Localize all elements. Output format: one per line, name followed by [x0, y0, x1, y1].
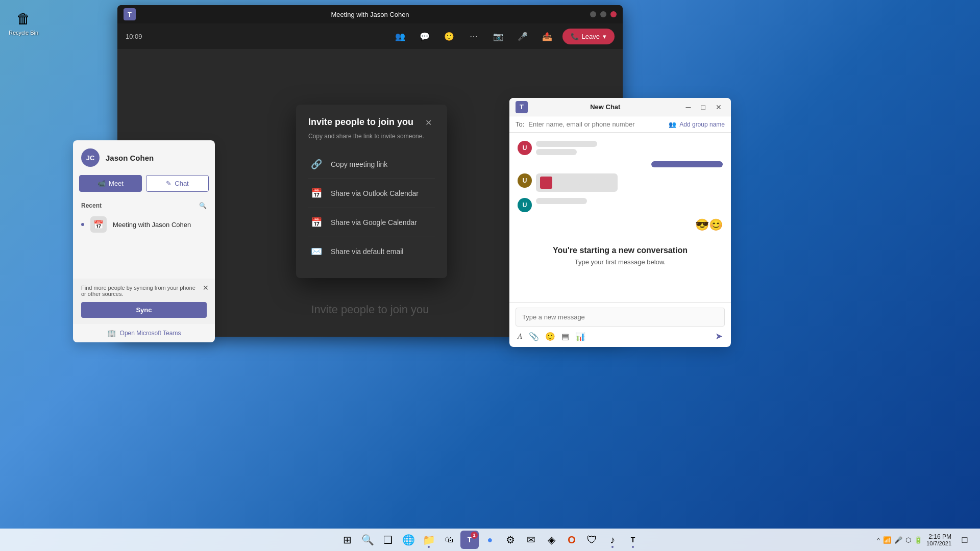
- taskbar-edge[interactable]: 🌐: [399, 531, 418, 549]
- open-teams-label: Open Microsoft Teams: [120, 330, 181, 337]
- outlook-icon: 📅: [308, 185, 325, 202]
- emoji-reactions: 😎😊: [518, 218, 723, 232]
- sync-button[interactable]: Sync: [81, 302, 207, 318]
- share-email-option[interactable]: ✉️ Share via default email: [308, 237, 435, 266]
- taskbar-settings[interactable]: ⚙: [501, 531, 520, 549]
- taskbar-chevron[interactable]: ^: [877, 536, 880, 544]
- emoji-display: 😎😊: [695, 218, 723, 232]
- new-chat-teams-logo: T: [516, 101, 528, 113]
- recycle-bin-icon[interactable]: 🗑 Recycle Bin: [8, 8, 39, 36]
- minimize-btn[interactable]: [590, 11, 596, 17]
- notification-center[interactable]: □: [955, 531, 974, 549]
- new-chat-close[interactable]: ✕: [713, 102, 725, 112]
- send-button[interactable]: ➤: [715, 331, 723, 342]
- share-outlook-option[interactable]: 📅 Share via Outlook Calendar: [308, 179, 435, 208]
- copy-link-label: Copy meeting link: [331, 160, 387, 168]
- new-chat-to-input[interactable]: [528, 120, 669, 128]
- new-conversation-banner: You're starting a new conversation Type …: [518, 238, 723, 274]
- attachment-name: [555, 178, 596, 182]
- chat-attachment-preview: [536, 173, 618, 192]
- participants-icon[interactable]: 👥: [391, 27, 409, 45]
- gif-icon[interactable]: ▤: [561, 332, 569, 341]
- sync-close-button[interactable]: ✕: [203, 284, 209, 292]
- taskbar-wifi[interactable]: ⬡: [905, 536, 911, 544]
- camera-icon[interactable]: 📷: [489, 27, 507, 45]
- taskbar-edge2[interactable]: ◈: [542, 531, 560, 549]
- close-btn[interactable]: [610, 11, 617, 17]
- emoji-picker-icon[interactable]: 🙂: [545, 332, 555, 341]
- leave-icon: 📞: [571, 33, 579, 40]
- taskbar-store[interactable]: 🛍: [440, 531, 458, 549]
- chat-bubble-placeholder-1b: [536, 149, 577, 155]
- chat-button[interactable]: ✎ Chat: [146, 175, 209, 192]
- recycle-bin-graphic: 🗑: [13, 8, 34, 29]
- recent-section: Recent 🔍: [73, 198, 215, 211]
- recent-meeting-item[interactable]: 📅 Meeting with Jason Cohen: [73, 211, 215, 238]
- chat-message-1: U: [518, 141, 723, 155]
- meeting-title: Meeting with Jason Cohen: [331, 11, 409, 18]
- new-chat-titlebar-controls: ─ □ ✕: [683, 102, 725, 112]
- taskbar-mail[interactable]: ✉: [522, 531, 540, 549]
- contact-avatar: JC: [81, 148, 100, 167]
- meet-label: Meet: [109, 180, 124, 187]
- recent-search-icon[interactable]: 🔍: [199, 202, 207, 209]
- recent-meeting-label: Meeting with Jason Cohen: [113, 221, 191, 229]
- new-chat-maximize[interactable]: □: [698, 102, 708, 112]
- teams-logo-small: 🏢: [107, 329, 116, 337]
- recycle-bin-label: Recycle Bin: [9, 30, 38, 36]
- contact-name: Jason Cohen: [106, 154, 154, 162]
- share-icon[interactable]: 📤: [538, 27, 556, 45]
- reactions-icon[interactable]: 🙂: [440, 27, 458, 45]
- meet-button[interactable]: 📹 Meet: [79, 175, 142, 192]
- format-icon[interactable]: 𝐴: [518, 332, 523, 341]
- chat-message-3: U: [518, 173, 723, 192]
- new-chat-window: T New Chat ─ □ ✕ To: 👥 Add group name U: [509, 98, 731, 347]
- contact-card: JC Jason Cohen 📹 Meet ✎ Chat Recent 🔍 📅 …: [73, 140, 215, 342]
- meeting-titlebar: T Meeting with Jason Cohen: [117, 5, 623, 23]
- open-teams-link[interactable]: 🏢 Open Microsoft Teams: [73, 324, 215, 342]
- new-chat-message-input[interactable]: [516, 308, 725, 327]
- invite-dialog-close[interactable]: ✕: [422, 117, 435, 129]
- add-group-button[interactable]: 👥 Add group name: [669, 121, 725, 128]
- chat-bubble-2: [651, 161, 723, 167]
- recent-label: Recent: [81, 202, 102, 209]
- chat-avatar-4: U: [518, 198, 532, 212]
- taskbar-file-explorer[interactable]: 📁: [420, 531, 438, 549]
- taskbar-teams-chat[interactable]: T 1: [460, 531, 479, 549]
- new-chat-title: New Chat: [590, 103, 620, 111]
- leave-button[interactable]: 📞 Leave ▾: [562, 29, 615, 44]
- attachment-icon: [540, 177, 552, 189]
- share-google-option[interactable]: 📅 Share via Google Calendar: [308, 208, 435, 237]
- chat-icon[interactable]: 💬: [415, 27, 434, 45]
- taskbar-spotify[interactable]: ♪: [603, 531, 622, 549]
- copy-meeting-link-option[interactable]: 🔗 Copy meeting link: [308, 150, 435, 179]
- taskbar-teams2[interactable]: T: [624, 531, 642, 549]
- new-chat-to-label: To:: [516, 120, 524, 128]
- taskbar-battery[interactable]: 🔋: [914, 536, 922, 544]
- share-email-label: Share via default email: [331, 247, 403, 256]
- new-chat-to-bar: To: 👥 Add group name: [509, 116, 731, 133]
- taskbar-office[interactable]: O: [562, 531, 581, 549]
- meeting-time: 10:09: [126, 33, 142, 40]
- mic-icon[interactable]: 🎤: [513, 27, 532, 45]
- taskbar-chrome[interactable]: ●: [481, 531, 499, 549]
- taskbar-start[interactable]: ⊞: [338, 531, 356, 549]
- meeting-titlebar-controls: [590, 11, 617, 17]
- more-icon[interactable]: ⋯: [464, 27, 483, 45]
- invite-dialog-header: Invite people to join you ✕: [308, 117, 435, 129]
- recent-bullet: [81, 223, 84, 226]
- taskbar-clock[interactable]: 2:16 PM 10/7/2021: [926, 533, 951, 546]
- maximize-btn[interactable]: [600, 11, 606, 17]
- taskbar-search[interactable]: 🔍: [358, 531, 377, 549]
- sticker-icon[interactable]: 📊: [575, 332, 585, 341]
- new-conv-title: You're starting a new conversation: [526, 246, 715, 255]
- invite-dialog-subtitle: Copy and share the link to invite someon…: [308, 133, 435, 140]
- taskbar-mic-sys[interactable]: 🎤: [894, 536, 902, 544]
- attach-icon[interactable]: 📎: [529, 332, 539, 341]
- add-group-label: Add group name: [679, 121, 725, 128]
- taskbar-defender[interactable]: 🛡: [583, 531, 601, 549]
- new-chat-minimize[interactable]: ─: [683, 102, 694, 112]
- taskbar-network[interactable]: 📶: [883, 536, 891, 544]
- teams-logo: T: [124, 8, 136, 20]
- taskbar-taskview[interactable]: ❑: [379, 531, 397, 549]
